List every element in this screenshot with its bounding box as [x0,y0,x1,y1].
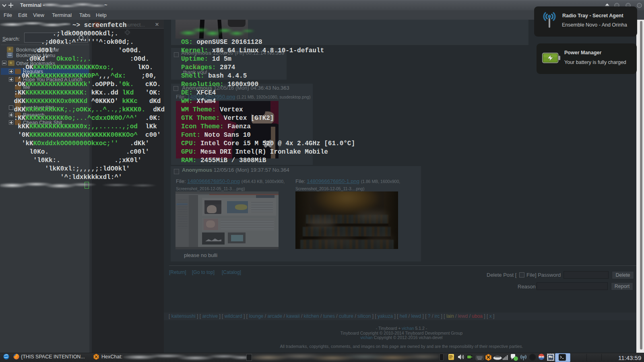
svg-text:.38: .38 [541,356,543,358]
